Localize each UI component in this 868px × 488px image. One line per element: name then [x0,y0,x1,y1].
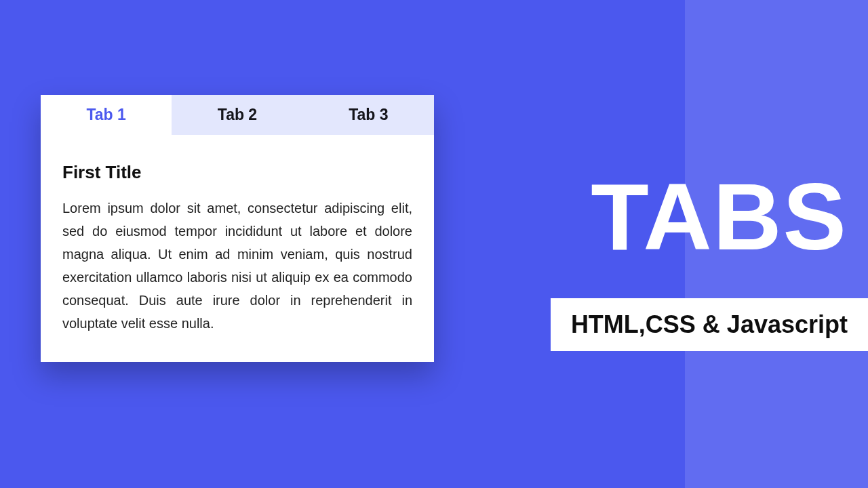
tabs-card: Tab 1 Tab 2 Tab 3 First Title Lorem ipsu… [41,95,434,362]
content-body: Lorem ipsum dolor sit amet, consectetur … [62,197,412,335]
tab-1[interactable]: Tab 1 [41,95,172,135]
tab-header: Tab 1 Tab 2 Tab 3 [41,95,434,135]
tab-2[interactable]: Tab 2 [172,95,302,135]
tab-3[interactable]: Tab 3 [303,95,434,135]
content-title: First Title [62,162,412,183]
hero-title: TABS [591,169,848,264]
tab-content: First Title Lorem ipsum dolor sit amet, … [41,135,434,362]
hero-subtitle-box: HTML,CSS & Javascript [551,298,868,351]
hero-subtitle: HTML,CSS & Javascript [571,310,848,338]
